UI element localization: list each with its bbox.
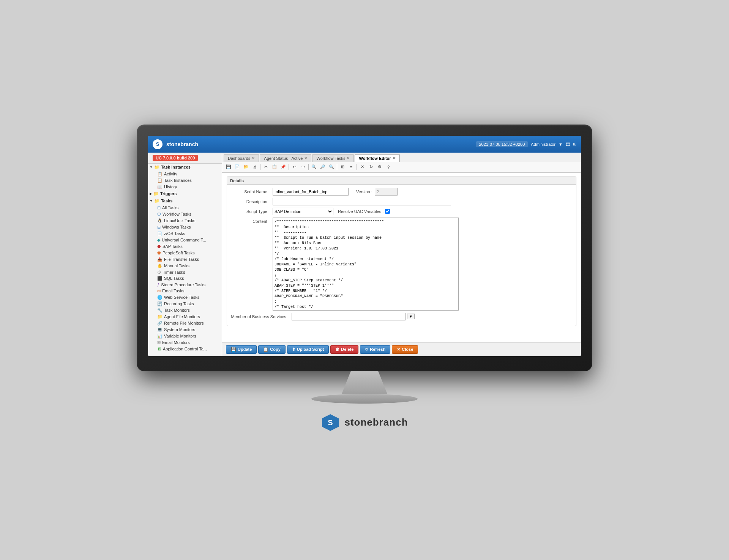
toolbar-btn-list[interactable]: ≡ [347, 163, 355, 171]
window-icon-1[interactable]: 🗔 [566, 142, 570, 147]
sidebar-item-zos-tasks[interactable]: 📄 z/OS Tasks [148, 230, 222, 237]
tab-workflow-editor[interactable]: Workflow Editor ✕ [355, 154, 399, 162]
tab-dashboards[interactable]: Dashboards ✕ [224, 154, 259, 162]
update-button[interactable]: 💾 Update [226, 345, 257, 354]
sidebar-item-linux-tasks[interactable]: 🐧 Linux/Unix Tasks [148, 218, 222, 224]
sidebar-label-timer-tasks: Timer Tasks [163, 270, 185, 274]
sidebar: UC 7.0.0.0 build 209 ▼ 📁 Task Instances … [148, 153, 222, 356]
sidebar-group-task-instances[interactable]: ▼ 📁 Task Instances [148, 164, 222, 171]
description-input[interactable] [273, 198, 451, 205]
resolve-checkbox[interactable] [385, 209, 390, 214]
sidebar-group-triggers[interactable]: ▶ 📁 Triggers [148, 190, 222, 197]
toolbar-sep-2 [289, 164, 289, 170]
sidebar-label-peoplesoft-tasks: PeopleSoft Tasks [163, 251, 195, 255]
content-textarea[interactable]: /***************************************… [273, 218, 459, 311]
sidebar-item-email-tasks[interactable]: ✉ Email Tasks [148, 288, 222, 294]
email-monitors-icon: ✉ [157, 340, 161, 345]
toolbar-btn-delete-tb[interactable]: ✕ [358, 163, 366, 171]
sidebar-item-file-transfer[interactable]: 📤 File Transfer Tasks [148, 256, 222, 263]
toolbar-btn-find[interactable]: 🔍 [310, 163, 318, 171]
tab-dashboards-close[interactable]: ✕ [252, 156, 255, 160]
update-icon: 💾 [231, 347, 236, 352]
toolbar-btn-copy-tb[interactable]: 📋 [270, 163, 279, 171]
sidebar-label-universal-command: Universal Command T... [162, 238, 206, 242]
sidebar-item-history[interactable]: 📖 History [148, 184, 222, 190]
brand-logo-container: S stonebranch [321, 413, 408, 432]
sidebar-label-email-monitors: Email Monitors [162, 340, 190, 345]
tab-agent-status-close[interactable]: ✕ [304, 156, 307, 160]
toolbar-btn-zoom-out[interactable]: 🔍 [327, 163, 336, 171]
sidebar-item-system-monitors[interactable]: 💻 System Monitors [148, 327, 222, 333]
sidebar-item-app-control[interactable]: 🖥 Application Control Ta... [148, 346, 222, 352]
sidebar-item-peoplesoft-tasks[interactable]: ⬟ PeopleSoft Tasks [148, 250, 222, 256]
sidebar-item-windows-tasks[interactable]: ⊞ Windows Tasks [148, 224, 222, 230]
window-icon-2[interactable]: ⊞ [573, 142, 576, 147]
refresh-button[interactable]: ↻ Refresh [360, 345, 390, 354]
close-button[interactable]: ✕ Close [392, 345, 418, 354]
universal-command-icon: ◆ [157, 238, 160, 243]
stored-procedure-icon: ƒ [157, 282, 159, 287]
script-name-label: Script Name : [231, 189, 273, 194]
sidebar-group-tasks[interactable]: ▼ 📁 Tasks [148, 197, 222, 205]
sidebar-item-workflow-tasks[interactable]: ⬡ Workflow Tasks [148, 211, 222, 218]
script-type-select[interactable]: SAP Definition ABAP Script [273, 208, 333, 215]
sidebar-item-manual-tasks[interactable]: ✋ Manual Tasks [148, 263, 222, 269]
sidebar-item-variable-monitors[interactable]: 📊 Variable Monitors [148, 333, 222, 339]
activity-icon: 📋 [157, 172, 163, 177]
toolbar-btn-refresh-tb[interactable]: ↻ [367, 163, 375, 171]
member-input[interactable] [292, 313, 406, 320]
tab-workflow-editor-close[interactable]: ✕ [393, 156, 396, 160]
branding-section: S stonebranch [321, 404, 408, 436]
sidebar-label-sap-tasks: SAP Tasks [163, 244, 183, 249]
resolve-group: Resolve UAC Variables : [338, 209, 390, 214]
script-name-input[interactable] [273, 188, 349, 196]
tab-workflow-tasks[interactable]: Workflow Tasks ✕ [312, 154, 354, 162]
sidebar-label-manual-tasks: Manual Tasks [164, 263, 189, 268]
tab-workflow-tasks-close[interactable]: ✕ [347, 156, 350, 160]
sidebar-item-universal-command[interactable]: ◆ Universal Command T... [148, 237, 222, 243]
collapse-icon: ▼ [150, 166, 153, 169]
toolbar-btn-new[interactable]: 📄 [233, 163, 241, 171]
toolbar-btn-zoom-in[interactable]: 🔎 [319, 163, 327, 171]
sidebar-item-email-monitors[interactable]: ✉ Email Monitors [148, 339, 222, 346]
sidebar-item-web-service[interactable]: 🌐 Web Service Tasks [148, 294, 222, 301]
toolbar-btn-print[interactable]: 🖨 [251, 163, 259, 171]
sidebar-item-task-instances[interactable]: 📋 Task Instances [148, 177, 222, 184]
toolbar-btn-grid[interactable]: ⊞ [338, 163, 347, 171]
sidebar-item-sql-tasks[interactable]: ⬛ SQL Tasks [148, 275, 222, 282]
sidebar-item-timer-tasks[interactable]: ⏱ Timer Tasks [148, 269, 222, 275]
upload-label: Upload Script [297, 347, 324, 352]
close-label: Close [402, 347, 413, 352]
sidebar-item-remote-file-monitors[interactable]: 🔗 Remote File Monitors [148, 320, 222, 327]
sidebar-item-recurring-tasks[interactable]: 🔄 Recurring Tasks [148, 301, 222, 307]
refresh-label: Refresh [370, 347, 385, 352]
version-input[interactable] [375, 188, 398, 196]
sidebar-label-system-monitors: System Monitors [164, 327, 195, 332]
toolbar-btn-paste[interactable]: 📌 [279, 163, 287, 171]
sidebar-item-sap-tasks[interactable]: ⬟ SAP Tasks [148, 243, 222, 250]
toolbar-row: 💾 📄 📂 🖨 ✂ 📋 📌 ↩ ↪ [222, 162, 581, 172]
toolbar-btn-save[interactable]: 💾 [224, 163, 233, 171]
upload-script-button[interactable]: ⬆ Upload Script [287, 345, 329, 354]
sidebar-label-task-instances: Task Instances [164, 178, 192, 183]
close-icon: ✕ [397, 347, 400, 352]
tab-agent-status[interactable]: Agent Status - Active ✕ [260, 154, 311, 162]
sidebar-item-all-tasks[interactable]: ⊞ All Tasks [148, 205, 222, 211]
app-container: S stonebranch 2021-07-08 15:32 +0200 Adm… [148, 136, 581, 356]
sidebar-item-agent-file-monitors[interactable]: 📁 Agent File Monitors [148, 314, 222, 320]
sidebar-item-activity[interactable]: 📋 Activity [148, 171, 222, 177]
toolbar-btn-settings[interactable]: ⚙ [376, 163, 384, 171]
content-area: Dashboards ✕ Agent Status - Active ✕ Wor… [222, 153, 581, 356]
toolbar-btn-undo[interactable]: ↩ [290, 163, 298, 171]
member-dropdown-icon[interactable]: ▼ [407, 314, 415, 319]
toolbar-btn-help[interactable]: ? [384, 163, 393, 171]
toolbar-btn-cut[interactable]: ✂ [262, 163, 270, 171]
toolbar-btn-open[interactable]: 📂 [242, 163, 250, 171]
sidebar-item-stored-procedure[interactable]: ƒ Stored Procedure Tasks [148, 282, 222, 288]
copy-button[interactable]: 📋 Copy [258, 345, 286, 354]
delete-button[interactable]: 🗑 Delete [330, 345, 358, 354]
toolbar-btn-redo[interactable]: ↪ [299, 163, 307, 171]
sidebar-item-task-monitors[interactable]: 🔧 Task Monitors [148, 307, 222, 314]
script-type-label: Script Type : [231, 209, 273, 214]
update-label: Update [238, 347, 252, 352]
